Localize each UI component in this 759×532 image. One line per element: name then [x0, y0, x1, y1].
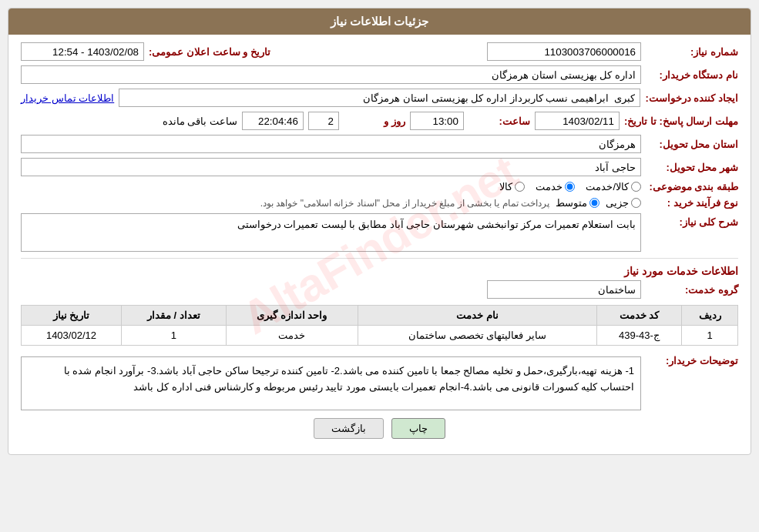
th-date: تاریخ نیاز [22, 306, 122, 326]
table-cell: 1403/02/12 [22, 326, 122, 346]
notes-label: توضیحات خریدار: [646, 352, 738, 366]
row-notes: توضیحات خریدار: 1- هزینه تهیه،بارگیری،حم… [21, 352, 738, 410]
table-row: 1ج-43-439سایر فعالیتهای تخصصی ساختمانخدم… [22, 326, 738, 346]
row-need-number: شماره نیاز: تاریخ و ساعت اعلان عمومی: [21, 42, 738, 61]
purchase-type-options: جزیی متوسط پرداخت تمام یا بخشی از مبلغ خ… [21, 197, 641, 209]
category-radio-group: کالا/خدمت خدمت کالا [21, 181, 641, 192]
radio-motavaset-label: متوسط [556, 197, 587, 209]
reply-days-input [308, 112, 339, 130]
radio-motavaset-input[interactable] [589, 198, 599, 208]
date-input [21, 42, 144, 61]
reply-time-input [410, 112, 464, 130]
page-title: جزئیات اطلاعات نیاز [331, 15, 428, 28]
reply-date-input [535, 112, 620, 130]
need-desc-box: بابت استعلام تعمیرات مرکز توانبخشی شهرست… [21, 213, 641, 252]
row-purchase-type: نوع فرآیند خرید : جزیی متوسط پرداخت تمام… [21, 197, 738, 209]
city-label: شهر محل تحویل: [646, 162, 738, 173]
card-body: AltaFinder.net شماره نیاز: تاریخ و ساعت … [8, 35, 751, 454]
purchase-type-label: نوع فرآیند خرید : [646, 197, 738, 209]
row-category: طبقه بندی موضوعی: کالا/خدمت خدمت کالا [21, 181, 738, 192]
divider-1 [21, 258, 738, 259]
reply-deadline-label: مهلت ارسال پاسخ: تا تاریخ: [624, 115, 738, 127]
contact-info-link[interactable]: اطلاعات تماس خریدار [21, 92, 114, 104]
service-group-label: گروه خدمت: [646, 284, 738, 296]
radio-jozei-input[interactable] [631, 198, 641, 208]
card-header: جزئیات اطلاعات نیاز [8, 8, 751, 35]
table-cell: 1 [121, 326, 226, 346]
services-table: ردیف کد خدمت نام خدمت واحد اندازه گیری ت… [21, 305, 738, 346]
reply-time-label: ساعت: [468, 115, 530, 127]
radio-khedmat: خدمت [536, 181, 575, 192]
services-title: اطلاعات خدمات مورد نیاز [21, 265, 738, 277]
row-province: استان محل تحویل: [21, 135, 738, 153]
date-label: تاریخ و ساعت اعلان عمومی: [149, 46, 270, 58]
th-unit: واحد اندازه گیری [226, 306, 358, 326]
table-cell: خدمت [226, 326, 358, 346]
province-input [21, 135, 641, 153]
buttons-row: چاپ بازگشت [21, 418, 738, 447]
back-button[interactable]: بازگشت [314, 418, 384, 439]
notes-value: 1- هزینه تهیه،بارگیری،حمل و تخلیه مصالح … [64, 365, 634, 393]
service-group-input [487, 280, 641, 299]
main-card: جزئیات اطلاعات نیاز AltaFinder.net شماره… [8, 8, 751, 455]
radio-kala-khedmat-input[interactable] [631, 182, 641, 192]
radio-kala-input[interactable] [515, 182, 525, 192]
buyer-org-input [21, 65, 641, 84]
province-label: استان محل تحویل: [646, 139, 738, 150]
buyer-org-label: نام دستگاه خریدار: [646, 69, 738, 81]
table-header-row: ردیف کد خدمت نام خدمت واحد اندازه گیری ت… [22, 306, 738, 326]
radio-jozei-label: جزیی [606, 197, 629, 209]
radio-kala: کالا [499, 181, 525, 192]
table-cell: 1 [682, 326, 738, 346]
row-city: شهر محل تحویل: [21, 158, 738, 176]
row-service-group: گروه خدمت: [21, 280, 738, 299]
need-desc-value: بابت استعلام تعمیرات مرکز توانبخشی شهرست… [237, 219, 636, 230]
city-input [21, 158, 641, 176]
row-reply-deadline: مهلت ارسال پاسخ: تا تاریخ: ساعت: روز و س… [21, 112, 738, 130]
print-button[interactable]: چاپ [391, 418, 445, 439]
services-section: ردیف کد خدمت نام خدمت واحد اندازه گیری ت… [21, 305, 738, 346]
notes-box: 1- هزینه تهیه،بارگیری،حمل و تخلیه مصالح … [21, 356, 641, 410]
radio-motavaset: متوسط [556, 197, 599, 209]
table-cell: ج-43-439 [596, 326, 682, 346]
category-label: طبقه بندی موضوعی: [646, 181, 738, 192]
purchase-note: پرداخت تمام یا بخشی از مبلغ خریدار از مح… [260, 198, 549, 209]
requester-label: ایجاد کننده درخواست: [645, 92, 738, 104]
radio-kala-khedmat: کالا/خدمت [586, 181, 641, 192]
th-code: کد خدمت [596, 306, 682, 326]
th-qty: تعداد / مقدار [121, 306, 226, 326]
radio-khedmat-label: خدمت [536, 181, 563, 192]
row-buyer-org: نام دستگاه خریدار: [21, 65, 738, 84]
need-number-label: شماره نیاز: [646, 46, 738, 58]
radio-jozei: جزیی [606, 197, 641, 209]
need-desc-label: شرح کلی نیاز: [646, 213, 738, 228]
radio-kala-khedmat-label: کالا/خدمت [586, 181, 629, 192]
reply-days-label: روز و [344, 115, 405, 127]
page-wrapper: جزئیات اطلاعات نیاز AltaFinder.net شماره… [0, 0, 759, 532]
th-name: نام خدمت [358, 306, 596, 326]
need-number-input [487, 42, 641, 61]
row-need-desc: شرح کلی نیاز: بابت استعلام تعمیرات مرکز … [21, 213, 738, 252]
table-cell: سایر فعالیتهای تخصصی ساختمان [358, 326, 596, 346]
th-row: ردیف [682, 306, 738, 326]
requester-input [119, 89, 640, 107]
radio-khedmat-input[interactable] [565, 182, 575, 192]
row-requester: ایجاد کننده درخواست: اطلاعات تماس خریدار [21, 89, 738, 107]
reply-remaining-input [242, 112, 304, 130]
reply-remaining-label: ساعت باقی مانده [163, 115, 237, 127]
radio-kala-label: کالا [499, 181, 512, 192]
